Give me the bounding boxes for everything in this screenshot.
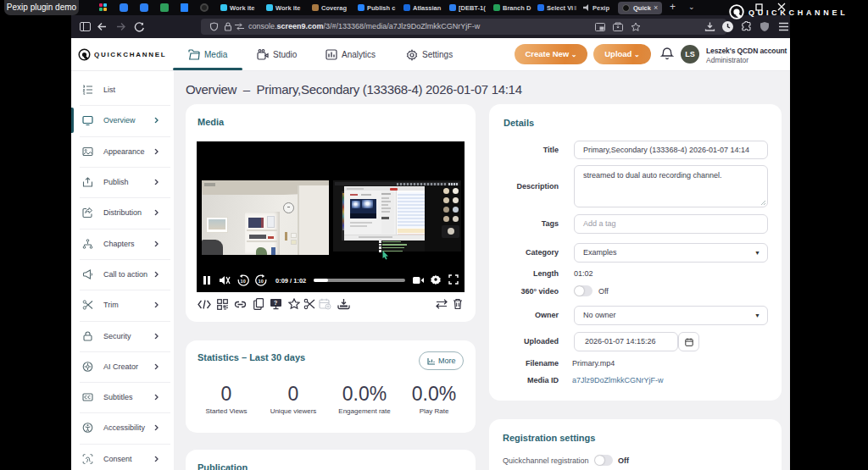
- svg-text:10: 10: [241, 279, 246, 284]
- svg-text:?: ?: [274, 300, 277, 306]
- svg-text:10: 10: [259, 279, 264, 284]
